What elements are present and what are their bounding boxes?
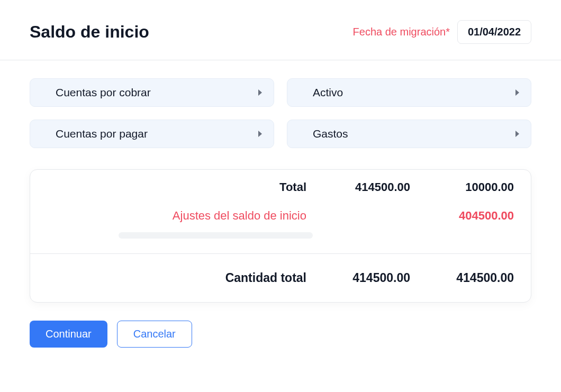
grand-total-credit-value: 414500.00: [410, 271, 514, 285]
category-activo[interactable]: Activo: [287, 78, 531, 107]
chevron-right-icon: [258, 89, 262, 96]
migration-date-section: Fecha de migración*: [353, 20, 531, 44]
migration-date-label: Fecha de migración*: [353, 26, 450, 38]
category-cuentas-por-cobrar[interactable]: Cuentas por cobrar: [30, 78, 274, 107]
total-debit-value: 414500.00: [306, 180, 410, 194]
adjustments-bar-icon: [119, 232, 313, 239]
migration-date-input[interactable]: [457, 20, 531, 44]
category-cuentas-por-pagar[interactable]: Cuentas por pagar: [30, 120, 274, 148]
total-label: Total: [47, 180, 306, 194]
continue-button[interactable]: Continuar: [30, 321, 107, 348]
category-label: Gastos: [313, 127, 348, 140]
adjustments-label: Ajustes del saldo de inicio: [173, 209, 306, 223]
adjustments-value: 404500.00: [410, 209, 514, 223]
total-row: Total 414500.00 10000.00: [30, 170, 531, 205]
category-label: Cuentas por cobrar: [56, 86, 151, 99]
grand-total-label: Cantidad total: [47, 271, 306, 285]
adjustments-row: Ajustes del saldo de inicio 404500.00: [30, 205, 531, 253]
chevron-right-icon: [258, 131, 262, 137]
chevron-right-icon: [515, 89, 519, 96]
category-gastos[interactable]: Gastos: [287, 120, 531, 148]
main-content: Cuentas por cobrar Activo Cuentas por pa…: [0, 60, 561, 348]
total-credit-value: 10000.00: [410, 180, 514, 194]
grand-total-row: Cantidad total 414500.00 414500.00: [30, 254, 531, 302]
grand-total-debit-value: 414500.00: [306, 271, 410, 285]
category-label: Activo: [313, 86, 343, 99]
chevron-right-icon: [515, 131, 519, 137]
category-grid: Cuentas por cobrar Activo Cuentas por pa…: [30, 78, 531, 148]
cancel-button[interactable]: Cancelar: [117, 321, 192, 348]
page-header: Saldo de inicio Fecha de migración*: [0, 0, 561, 60]
page-title: Saldo de inicio: [30, 22, 149, 42]
adjustments-left: Ajustes del saldo de inicio: [47, 209, 306, 239]
action-buttons: Continuar Cancelar: [30, 321, 531, 348]
summary-panel: Total 414500.00 10000.00 Ajustes del sal…: [30, 169, 531, 303]
category-label: Cuentas por pagar: [56, 127, 148, 140]
